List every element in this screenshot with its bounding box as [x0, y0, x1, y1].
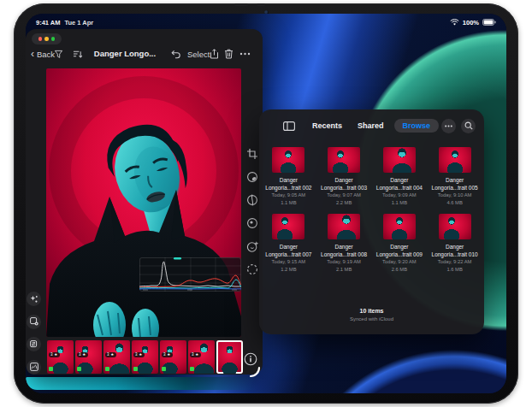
back-label: Back	[37, 50, 55, 59]
back-button[interactable]: ‹ Back	[31, 46, 55, 62]
files-grid: DangerLongoria...trait 002Today, 9:05 AM…	[261, 147, 482, 273]
rating-badge: 3 ★	[162, 352, 173, 357]
battery-icon	[482, 19, 496, 26]
file-item[interactable]: DangerLongoria...trait 009Today, 9:20 AM…	[372, 214, 428, 273]
search-button[interactable]	[461, 119, 476, 133]
item-count: 10 items	[259, 306, 484, 316]
retouch-button[interactable]	[245, 239, 260, 254]
top-button	[234, 3, 248, 6]
photo-editor-window: ‹ Back Danger Longo... Select	[26, 29, 263, 375]
file-item[interactable]: DangerLongoria...trait 007Today, 9:15 AM…	[261, 214, 316, 273]
rating-badge: 3 ★	[105, 352, 116, 357]
histogram-toggle-button[interactable]	[27, 360, 41, 375]
portrait-figure	[439, 147, 471, 173]
minimize-window-dot[interactable]	[44, 37, 49, 41]
file-name: Danger	[334, 243, 352, 251]
document-title: Danger Longo...	[77, 46, 173, 62]
file-size: 1.2 MB	[281, 266, 296, 274]
file-item[interactable]: DangerLongoria...trait 010Today, 9:22 AM…	[427, 214, 482, 273]
window-controls[interactable]	[32, 33, 62, 44]
file-name: Longoria...trait 004	[376, 184, 423, 192]
portrait-figure	[216, 340, 243, 374]
photo-canvas[interactable]	[46, 68, 241, 337]
close-window-dot[interactable]	[38, 37, 43, 41]
delete-button[interactable]	[224, 46, 233, 62]
sync-status: Synced with iCloud	[259, 316, 484, 323]
filter-funnel-icon	[54, 50, 63, 59]
file-date: Today, 9:19 AM	[327, 258, 361, 266]
file-item[interactable]: DangerLongoria...trait 005Today, 9:10 AM…	[427, 147, 482, 206]
info-button[interactable]	[244, 352, 257, 366]
filters-button[interactable]	[245, 169, 260, 185]
file-item[interactable]: DangerLongoria...trait 008Today, 9:19 AM…	[316, 214, 372, 273]
file-name: Danger	[390, 243, 408, 251]
clock: 9:41 AM	[36, 19, 60, 27]
status-bar: 9:41 AM Tue 1 Apr 100%	[26, 14, 506, 27]
edited-indicator	[162, 367, 166, 371]
tab-browse[interactable]: Browse	[394, 119, 440, 133]
histogram-handle	[174, 257, 181, 260]
photo-gear-icon	[30, 317, 38, 326]
share-button[interactable]	[210, 46, 219, 62]
filmstrip-thumbnail[interactable]: 3 ★	[103, 340, 130, 374]
filter-button[interactable]	[54, 46, 63, 62]
sidebar-toggle-button[interactable]	[283, 121, 295, 131]
file-size: 2.1 MB	[336, 266, 352, 274]
auto-enhance-button[interactable]	[27, 292, 41, 306]
repair-button[interactable]	[245, 262, 260, 277]
volume-button	[257, 3, 265, 6]
tab-shared[interactable]: Shared	[352, 119, 389, 133]
file-size: 1.6 MB	[446, 266, 462, 274]
file-name: Danger	[390, 176, 408, 184]
window-resize-handle[interactable]	[249, 366, 261, 381]
undo-button[interactable]	[171, 46, 181, 62]
file-name: Longoria...trait 007	[265, 251, 311, 258]
crop-icon	[246, 148, 258, 160]
file-item[interactable]: DangerLongoria...trait 002Today, 9:05 AM…	[261, 147, 316, 206]
tool-rail-left	[27, 292, 44, 375]
selective-color-button[interactable]	[245, 215, 260, 231]
filmstrip-thumbnail[interactable]: 3 ★	[188, 340, 215, 374]
rating-badge: 3 ★	[133, 352, 145, 357]
filmstrip-thumbnail[interactable]: 3 ★	[132, 340, 158, 374]
file-name: Danger	[334, 176, 352, 184]
background-app-strip[interactable]	[26, 377, 282, 390]
file-item[interactable]: DangerLongoria...trait 004Today, 9:09 AM…	[372, 147, 428, 206]
tab-recents[interactable]: Recents	[307, 119, 347, 133]
portrait-figure	[272, 214, 301, 239]
screenshot-canvas: 9:41 AM Tue 1 Apr 100%	[0, 0, 532, 407]
filmstrip-thumbnail[interactable]: 3 ★	[160, 340, 186, 374]
adjust-button[interactable]	[245, 192, 260, 208]
filmstrip-thumbnail[interactable]	[216, 340, 243, 374]
file-size: 1.1 MB	[392, 199, 407, 207]
crop-button[interactable]	[245, 146, 260, 162]
filmstrip-thumbnail[interactable]: 3 ★	[75, 340, 102, 374]
file-item[interactable]: DangerLongoria...trait 003Today, 9:07 AM…	[316, 147, 372, 206]
edited-indicator	[190, 367, 194, 371]
edited-indicator	[133, 367, 138, 371]
file-thumbnail	[383, 147, 416, 173]
filters-icon	[246, 171, 258, 183]
file-name: Longoria...trait 005	[432, 184, 478, 192]
files-footer: 10 items Synced with iCloud	[259, 306, 484, 323]
info-icon	[244, 352, 257, 366]
file-size: 1.1 MB	[281, 199, 296, 207]
batch-edit-button[interactable]	[27, 337, 41, 351]
zoom-window-dot[interactable]	[51, 37, 56, 41]
files-more-button[interactable]	[441, 119, 456, 133]
file-date: Today, 9:15 AM	[272, 258, 306, 266]
file-size: 4.6 MB	[446, 199, 462, 207]
export-settings-button[interactable]	[27, 315, 41, 329]
more-ellipsis-icon	[239, 52, 251, 56]
file-thumbnail	[328, 147, 360, 173]
filmstrip-thumbnail[interactable]: 3 ★	[47, 340, 74, 374]
more-button[interactable]	[239, 46, 251, 62]
file-date: Today, 9:07 AM	[327, 192, 361, 199]
file-name: Longoria...trait 010	[432, 251, 478, 258]
photo-sliders-icon	[30, 340, 38, 349]
file-thumbnail	[328, 214, 360, 239]
edited-indicator	[49, 367, 53, 371]
histogram-overlay[interactable]	[139, 257, 241, 292]
share-icon	[210, 49, 219, 59]
file-thumbnail	[439, 214, 471, 239]
